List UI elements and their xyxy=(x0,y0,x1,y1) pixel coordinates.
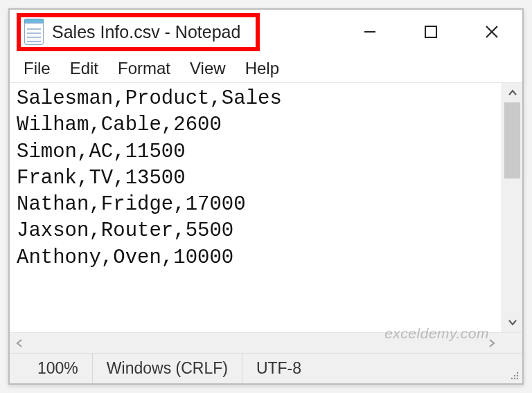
svg-point-8 xyxy=(514,378,515,379)
menu-edit[interactable]: Edit xyxy=(63,56,111,81)
resize-grip[interactable] xyxy=(502,354,522,383)
svg-rect-1 xyxy=(425,26,436,37)
status-encoding: UTF-8 xyxy=(242,354,315,383)
minimize-button[interactable] xyxy=(339,10,400,54)
notepad-window: Sales Info.csv - Notepad File Edit Forma… xyxy=(8,8,524,385)
title-highlight-box: Sales Info.csv - Notepad xyxy=(17,13,260,51)
vertical-scrollbar[interactable] xyxy=(502,83,522,332)
text-editor[interactable]: Salesman,Product,Sales Wilham,Cable,2600… xyxy=(10,83,502,332)
scroll-up-arrow-icon[interactable] xyxy=(502,83,522,102)
window-title: Sales Info.csv - Notepad xyxy=(52,22,240,42)
menubar: File Edit Format View Help xyxy=(10,54,522,83)
maximize-icon xyxy=(421,22,441,42)
notepad-icon xyxy=(23,19,45,45)
menu-format[interactable]: Format xyxy=(111,56,183,81)
statusbar: 100% Windows (CRLF) UTF-8 xyxy=(10,353,522,383)
status-line-ending: Windows (CRLF) xyxy=(92,354,242,383)
scroll-down-arrow-icon[interactable] xyxy=(502,313,522,332)
menu-view[interactable]: View xyxy=(183,56,238,81)
scrollbar-corner xyxy=(502,333,522,353)
horizontal-scrollbar[interactable] xyxy=(10,332,522,353)
svg-point-6 xyxy=(517,375,518,376)
status-spacer xyxy=(315,354,502,383)
svg-point-4 xyxy=(517,372,518,374)
resize-grip-icon xyxy=(508,369,520,381)
svg-point-9 xyxy=(517,378,518,379)
status-zoom: 100% xyxy=(10,354,92,383)
close-icon xyxy=(482,22,502,42)
svg-point-5 xyxy=(514,375,515,376)
svg-point-7 xyxy=(511,378,513,379)
minimize-icon xyxy=(360,22,380,42)
menu-help[interactable]: Help xyxy=(238,56,292,81)
titlebar[interactable]: Sales Info.csv - Notepad xyxy=(10,10,522,54)
scroll-thumb[interactable] xyxy=(504,102,520,179)
scroll-right-arrow-icon[interactable] xyxy=(482,333,502,353)
scroll-left-arrow-icon[interactable] xyxy=(10,333,29,353)
menu-file[interactable]: File xyxy=(17,56,63,81)
window-controls xyxy=(339,10,522,54)
content-row: Salesman,Product,Sales Wilham,Cable,2600… xyxy=(10,83,522,332)
maximize-button[interactable] xyxy=(400,10,461,54)
close-button[interactable] xyxy=(461,10,522,54)
